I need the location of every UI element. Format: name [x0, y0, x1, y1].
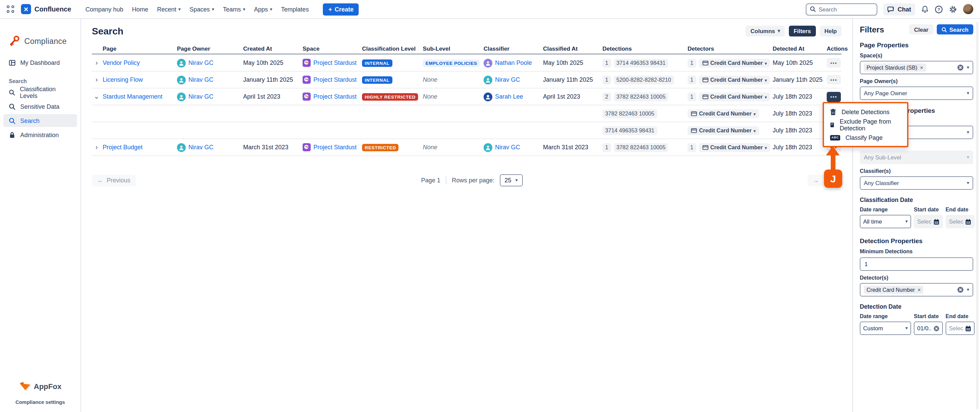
classifier-link[interactable]: Sarah Lee — [495, 93, 523, 100]
col-header-classified-at[interactable]: Classified At — [543, 45, 601, 52]
nav-item-apps[interactable]: Apps▾ — [254, 6, 272, 13]
remove-chip-icon[interactable]: × — [920, 65, 923, 71]
sub-level-none: None — [423, 93, 438, 100]
nav-item-recent[interactable]: Recent▾ — [157, 6, 181, 13]
detector-chip[interactable]: Credit Card Number▾ — [687, 109, 759, 118]
page-owner-link[interactable]: Nirav GC — [188, 76, 213, 83]
nav-item-templates[interactable]: Templates — [281, 6, 309, 13]
remove-chip-icon[interactable]: × — [918, 287, 921, 293]
detector-chip[interactable]: Credit Card Number▾ — [687, 126, 759, 135]
rows-per-page-select[interactable]: 25 ▾ — [500, 174, 522, 186]
classification-end-date-input: Select. — [945, 215, 975, 228]
row-actions-button-open[interactable]: ••• — [827, 92, 841, 102]
chevron-down-icon: ▾ — [765, 94, 767, 99]
menu-item-classify-page[interactable]: ABC Classify Page — [824, 131, 907, 144]
create-button[interactable]: + Create — [323, 3, 359, 15]
classifier-link[interactable]: Nirav GC — [495, 144, 520, 151]
classification-date-range-select[interactable]: All time ▾ — [860, 215, 911, 228]
row-actions-button[interactable]: ••• — [827, 58, 841, 68]
col-header-created-at[interactable]: Created At — [243, 45, 301, 52]
classified-at: March 31st 2023 — [543, 144, 601, 151]
space-link[interactable]: Project Stardust — [313, 93, 356, 100]
col-header-page[interactable]: Page — [103, 45, 176, 52]
detector-chip[interactable]: Credit Card Number▾ — [699, 59, 770, 67]
compliance-settings-link[interactable]: Compliance settings — [0, 399, 80, 405]
app-switcher-icon[interactable] — [7, 5, 15, 13]
page-owner-link[interactable]: Nirav GC — [188, 93, 213, 100]
minimum-detections-input[interactable] — [860, 257, 973, 271]
help-icon[interactable]: ? — [935, 5, 943, 13]
next-page-button[interactable]: → — [808, 175, 824, 186]
page-link[interactable]: Stardust Management — [103, 93, 176, 100]
row-actions-button[interactable]: ••• — [827, 75, 841, 84]
sidebar-item-administration[interactable]: Administration — [3, 128, 77, 141]
detection-sub-row: 3714 496353 98431 Credit Card Number▾ Ju… — [92, 122, 842, 139]
nav-item-spaces[interactable]: Spaces▾ — [189, 6, 214, 13]
help-button[interactable]: Help — [819, 25, 842, 37]
sidebar-item-search[interactable]: Search — [3, 114, 77, 127]
detector-chip[interactable]: Credit Card Number▾ — [699, 143, 770, 152]
menu-item-exclude-page[interactable]: Exclude Page from Detection — [824, 118, 907, 131]
nav-item-company-hub[interactable]: Company hub — [86, 6, 123, 13]
page-owner-link[interactable]: Nirav GC — [188, 59, 213, 66]
spaces-select[interactable]: Project Stardust (SB) × ▾ — [860, 61, 973, 74]
col-header-sub-level[interactable]: Sub-Level — [423, 45, 482, 52]
detection-end-date-input[interactable]: Selec — [945, 321, 975, 335]
space-link[interactable]: Project Stardust — [313, 76, 356, 83]
col-header-classification-level[interactable]: Classification Level — [362, 45, 422, 52]
chat-button[interactable]: Chat — [883, 3, 915, 15]
detector-chip[interactable]: Credit Card Number▾ — [699, 92, 770, 101]
sidebar-item-classification-levels[interactable]: Classification Levels — [3, 86, 77, 99]
sidebar-section-search: Search — [9, 78, 72, 84]
filters-button[interactable]: Filters — [789, 25, 816, 37]
table-header-row: Page Page Owner Created At Space Classif… — [92, 43, 842, 55]
sidebar-item-sensitive-data[interactable]: Sensitive Data — [3, 100, 77, 113]
global-search-input[interactable] — [819, 6, 870, 13]
detection-start-date-input[interactable]: 01/0... — [914, 321, 943, 335]
detector-chip[interactable]: Credit Card Number▾ — [699, 75, 770, 84]
col-header-space[interactable]: Space — [302, 45, 361, 52]
classifier-select[interactable]: Any Classifier ▾ — [860, 176, 973, 190]
col-header-page-owner[interactable]: Page Owner — [177, 45, 242, 52]
expand-row-icon[interactable]: › — [92, 76, 101, 83]
expand-row-icon[interactable]: › — [92, 59, 101, 66]
col-header-detections[interactable]: Detections — [603, 45, 686, 52]
scrollbar[interactable] — [976, 22, 978, 409]
arrow-right-icon: → — [813, 177, 819, 184]
space-link[interactable]: Project Stardust — [313, 59, 356, 66]
expand-row-icon[interactable]: › — [92, 144, 101, 151]
page-link[interactable]: Vendor Policy — [103, 59, 176, 66]
detectors-select[interactable]: Credit Card Number × ▾ — [860, 283, 973, 296]
page-icon — [830, 121, 834, 128]
page-owner-select[interactable]: Any Page Owner ▾ — [860, 86, 973, 100]
classifier-link[interactable]: Nathan Poole — [495, 59, 532, 66]
settings-gear-icon[interactable] — [949, 5, 957, 13]
page-link[interactable]: Project Budget — [103, 144, 176, 151]
page-owner-link[interactable]: Nirav GC — [188, 144, 213, 151]
clear-select-icon[interactable] — [958, 286, 964, 293]
global-search-box[interactable] — [806, 3, 877, 15]
previous-page-button[interactable]: ← Previous — [92, 175, 136, 186]
sub-level-none: None — [423, 76, 438, 83]
menu-item-delete-detections[interactable]: Delete Detections — [824, 105, 907, 118]
notifications-bell-icon[interactable] — [921, 5, 929, 13]
collapse-row-icon[interactable]: ⌄ — [92, 93, 101, 100]
col-header-classifier[interactable]: Classifier — [484, 45, 542, 52]
clear-date-icon[interactable] — [934, 325, 939, 331]
col-header-detectors[interactable]: Detectors — [687, 45, 771, 52]
col-header-detected-at[interactable]: Detected At — [773, 45, 825, 52]
nav-item-teams[interactable]: Teams▾ — [223, 6, 245, 13]
user-avatar[interactable] — [963, 4, 973, 14]
clear-filters-button[interactable]: Clear — [909, 24, 934, 35]
space-link[interactable]: Project Stardust — [313, 144, 356, 151]
nav-item-home[interactable]: Home — [132, 6, 148, 13]
sidebar-item-my-dashboard[interactable]: My Dashboard — [3, 56, 77, 69]
columns-button[interactable]: Columns ▾ — [746, 25, 785, 37]
arrow-left-icon: ← — [97, 177, 103, 184]
clear-select-icon[interactable] — [958, 64, 964, 71]
detection-date-range-select[interactable]: Custom ▾ — [860, 321, 911, 335]
confluence-logo[interactable]: ✕ Confluence — [21, 4, 71, 14]
apply-search-button[interactable]: Search — [936, 24, 973, 35]
classifier-link[interactable]: Nirav GC — [495, 76, 520, 83]
page-link[interactable]: Licensing Flow — [103, 76, 176, 83]
